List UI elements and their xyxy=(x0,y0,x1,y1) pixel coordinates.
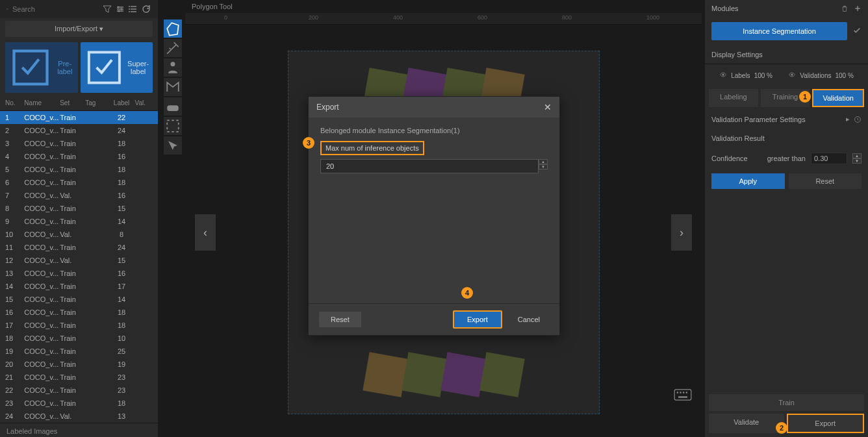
svg-line-1 xyxy=(8,10,8,10)
history-icon[interactable] xyxy=(854,115,862,124)
table-row[interactable]: 21COCO_v...Train23 xyxy=(0,371,158,384)
add-icon[interactable] xyxy=(854,4,862,13)
list-icon[interactable] xyxy=(128,4,138,14)
svg-point-6 xyxy=(129,8,130,10)
svg-point-5 xyxy=(129,6,130,7)
table-row[interactable]: 4COCO_v...Train16 xyxy=(0,150,158,163)
svg-point-20 xyxy=(791,74,793,76)
callout-2: 2 xyxy=(776,422,787,434)
validations-label: Validations xyxy=(800,72,831,79)
eye-icon[interactable] xyxy=(788,71,796,80)
table-row[interactable]: 19COCO_v...Train25 xyxy=(0,345,158,358)
close-icon[interactable]: ✕ xyxy=(544,102,552,112)
max-inference-input[interactable] xyxy=(320,159,539,173)
tab-labeling[interactable]: Labeling xyxy=(709,89,758,107)
prev-image-button[interactable]: ‹ xyxy=(195,214,216,251)
pre-label-button[interactable]: Pre-label xyxy=(5,42,78,93)
refresh-icon[interactable] xyxy=(141,4,151,14)
modal-export-button[interactable]: Export xyxy=(453,310,502,329)
table-row[interactable]: 7COCO_v...Val.16 xyxy=(0,189,158,202)
svg-point-0 xyxy=(6,8,8,10)
eye-icon[interactable] xyxy=(719,71,727,80)
adjust-icon[interactable] xyxy=(115,4,125,14)
col-tag[interactable]: Tag xyxy=(85,99,108,106)
table-row[interactable]: 12COCO_v...Val.15 xyxy=(0,254,158,267)
table-row[interactable]: 18COCO_v...Train10 xyxy=(0,332,158,345)
search-bar xyxy=(0,0,158,18)
table-row[interactable]: 20COCO_v...Train19 xyxy=(0,358,158,371)
svg-rect-18 xyxy=(678,396,687,397)
export-button[interactable]: Export xyxy=(787,414,865,433)
confidence-label: Confidence xyxy=(711,155,748,162)
svg-point-2 xyxy=(118,6,120,8)
max-inference-label: Max num of inference objects xyxy=(320,141,424,155)
super-label-button[interactable]: Super-label xyxy=(81,42,153,93)
table-row[interactable]: 8COCO_v...Train15 xyxy=(0,202,158,215)
table-row[interactable]: 1COCO_v...Train22 xyxy=(0,111,158,124)
table-row[interactable]: 16COCO_v...Train18 xyxy=(0,306,158,319)
apply-button[interactable]: Apply xyxy=(711,173,785,189)
search-input[interactable] xyxy=(12,5,102,13)
canvas-ruler: 02004006008001000 xyxy=(185,13,702,25)
export-modal: Export ✕ Belonged module Instance Segmen… xyxy=(308,96,560,336)
labeled-images-label: Labeled Images xyxy=(0,423,158,437)
tab-validation[interactable]: Validation xyxy=(812,89,864,107)
table-row[interactable]: 24COCO_v...Val.13 xyxy=(0,410,158,423)
max-inference-spinner[interactable]: ▲▼ xyxy=(539,159,548,173)
table-row[interactable]: 23COCO_v...Train18 xyxy=(0,397,158,410)
svg-point-10 xyxy=(171,62,175,66)
table-row[interactable]: 5COCO_v...Train18 xyxy=(0,163,158,176)
arrow-tool-icon[interactable] xyxy=(164,136,182,155)
confidence-spinner[interactable]: ▲▼ xyxy=(852,153,862,164)
col-name[interactable]: Name xyxy=(24,99,60,106)
left-panel: Import/Export ▾ Pre-label Super-label No… xyxy=(0,0,159,437)
wand-tool-icon[interactable] xyxy=(164,39,182,57)
canvas-title: Polygon Tool xyxy=(185,0,702,13)
greater-than-label: greater than xyxy=(767,155,806,162)
table-row[interactable]: 2COCO_v...Train24 xyxy=(0,124,158,137)
polygon-tool-icon[interactable] xyxy=(164,19,182,38)
instance-seg-button[interactable]: Instance Segmentation xyxy=(711,22,847,40)
svg-point-7 xyxy=(129,11,130,12)
delete-icon[interactable] xyxy=(841,4,849,13)
reset-button[interactable]: Reset xyxy=(789,173,862,189)
search-icon xyxy=(6,5,8,13)
col-val[interactable]: Val. xyxy=(135,99,153,106)
col-label[interactable]: Label xyxy=(108,99,135,106)
col-set[interactable]: Set xyxy=(60,99,85,106)
table-row[interactable]: 3COCO_v...Train18 xyxy=(0,137,158,150)
table-row[interactable]: 13COCO_v...Train16 xyxy=(0,267,158,280)
table-row[interactable]: 11COCO_v...Train24 xyxy=(0,241,158,254)
validate-button[interactable]: Validate xyxy=(709,414,784,433)
svg-point-19 xyxy=(722,74,724,76)
table-row[interactable]: 15COCO_v...Train14 xyxy=(0,293,158,306)
svg-rect-12 xyxy=(167,120,179,132)
erase-tool-icon[interactable] xyxy=(164,97,182,116)
col-no[interactable]: No. xyxy=(5,99,24,106)
belonged-module-label: Belonged module Instance Segmentation(1) xyxy=(320,127,548,134)
table-row[interactable]: 6COCO_v...Train18 xyxy=(0,176,158,189)
table-row[interactable]: 17COCO_v...Train18 xyxy=(0,319,158,332)
filter-icon[interactable] xyxy=(102,4,112,14)
validation-result-label: Validation Result xyxy=(711,134,765,142)
callout-3: 3 xyxy=(303,137,314,149)
confidence-input[interactable] xyxy=(811,153,847,164)
modal-reset-button[interactable]: Reset xyxy=(319,312,361,327)
select-tool-icon[interactable] xyxy=(164,117,182,135)
table-row[interactable]: 22COCO_v...Train23 xyxy=(0,384,158,397)
modal-title: Export xyxy=(316,103,339,112)
table-body: 1COCO_v...Train222COCO_v...Train243COCO_… xyxy=(0,111,158,423)
callout-1: 1 xyxy=(799,91,811,103)
table-row[interactable]: 9COCO_v...Train14 xyxy=(0,215,158,228)
import-export-dropdown[interactable]: Import/Export ▾ xyxy=(5,21,153,37)
table-row[interactable]: 14COCO_v...Train17 xyxy=(0,280,158,293)
table-row[interactable]: 10COCO_v...Val.8 xyxy=(0,228,158,241)
keyboard-icon[interactable] xyxy=(674,388,692,401)
next-image-button[interactable]: › xyxy=(671,214,692,251)
profile-tool-icon[interactable] xyxy=(164,58,182,77)
svg-rect-16 xyxy=(683,392,684,393)
labels-label: Labels xyxy=(731,72,750,79)
modal-cancel-button[interactable]: Cancel xyxy=(509,312,549,327)
expand-icon[interactable]: ▸ xyxy=(846,115,850,124)
shape-tool-icon[interactable] xyxy=(164,78,182,96)
